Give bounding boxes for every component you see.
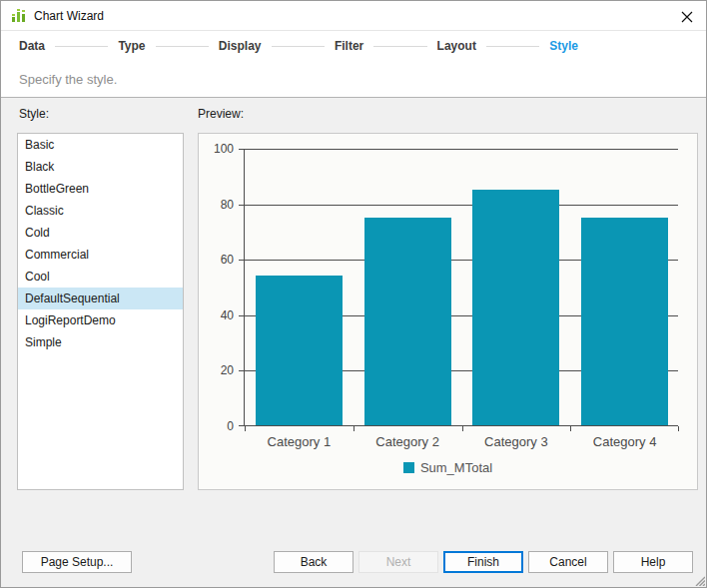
style-list-item-cold[interactable]: Cold: [18, 222, 183, 244]
finish-button[interactable]: Finish: [443, 551, 523, 573]
step-type[interactable]: Type: [118, 39, 145, 53]
x-category-label: Category 1: [245, 434, 354, 449]
x-tick-mark: [245, 426, 246, 431]
dialog-body: Style: Preview: BasicBlackBottleGreenCla…: [1, 98, 706, 587]
x-category-label: Category 3: [462, 434, 571, 449]
step-filter[interactable]: Filter: [335, 39, 363, 53]
bar-category-2: [364, 218, 451, 426]
y-tick-mark: [239, 205, 244, 206]
close-icon: [681, 11, 693, 23]
step-connector: [486, 46, 539, 47]
y-tick-label: 60: [200, 253, 234, 267]
step-connector: [156, 46, 209, 47]
wizard-subtitle-row: Specify the style.: [1, 61, 706, 98]
window-title: Chart Wizard: [34, 9, 104, 23]
step-layout[interactable]: Layout: [437, 39, 476, 53]
y-tick-label: 80: [200, 198, 234, 212]
step-connector: [272, 46, 325, 47]
x-tick-mark: [570, 426, 571, 431]
x-tick-mark: [354, 426, 354, 431]
y-tick-label: 100: [200, 142, 234, 156]
resize-grip-icon[interactable]: [692, 573, 705, 586]
chart-plot: 020406080100Category 1Category 2Category…: [244, 149, 678, 426]
chart-legend: Sum_MTotal: [199, 460, 697, 475]
cancel-button[interactable]: Cancel: [528, 551, 608, 573]
style-list-item-defaultsequential[interactable]: DefaultSequential: [18, 288, 183, 309]
x-category-label: Category 4: [570, 434, 679, 449]
y-tick-mark: [239, 260, 244, 261]
style-list-item-bottlegreen[interactable]: BottleGreen: [18, 178, 183, 200]
back-button[interactable]: Back: [274, 551, 354, 573]
step-connector: [55, 46, 108, 47]
y-tick-mark: [239, 149, 244, 150]
y-tick-mark: [239, 370, 244, 371]
bar-category-1: [256, 276, 343, 425]
style-list-item-basic[interactable]: Basic: [18, 134, 183, 156]
step-display[interactable]: Display: [219, 39, 262, 53]
x-category-label: Category 2: [354, 434, 462, 449]
legend-swatch: [403, 462, 414, 473]
style-list-item-black[interactable]: Black: [18, 156, 183, 178]
step-data[interactable]: Data: [19, 39, 45, 53]
chart-wizard-dialog: Chart Wizard Data Type Display Filter La…: [0, 0, 707, 588]
help-button[interactable]: Help: [613, 551, 693, 573]
style-list-label: Style:: [19, 107, 49, 121]
style-list-item-classic[interactable]: Classic: [18, 200, 183, 222]
x-tick-mark: [678, 426, 679, 431]
bar-category-3: [472, 190, 559, 425]
legend-label: Sum_MTotal: [420, 460, 492, 475]
wizard-steps: Data Type Display Filter Layout Style: [1, 31, 578, 61]
step-connector: [373, 46, 426, 47]
y-tick-mark: [239, 425, 244, 426]
step-style[interactable]: Style: [549, 39, 578, 53]
y-tick-label: 40: [200, 308, 234, 322]
x-tick-mark: [462, 426, 463, 431]
wizard-subtitle: Specify the style.: [19, 72, 117, 87]
close-button[interactable]: [676, 7, 698, 27]
style-list-item-cool[interactable]: Cool: [18, 266, 183, 288]
chart-wizard-icon: [11, 8, 27, 24]
style-list-item-commercial[interactable]: Commercial: [18, 244, 183, 266]
chart-preview: 020406080100Category 1Category 2Category…: [198, 133, 698, 490]
y-tick-mark: [239, 315, 244, 316]
y-tick-label: 20: [200, 363, 234, 377]
next-button: Next: [358, 551, 438, 573]
gridline: [245, 205, 678, 206]
y-tick-label: 0: [200, 419, 234, 433]
style-list: BasicBlackBottleGreenClassicColdCommerci…: [17, 133, 184, 490]
title-bar: Chart Wizard: [1, 1, 706, 31]
gridline: [245, 149, 678, 150]
preview-label: Preview:: [198, 107, 244, 121]
bar-category-4: [581, 218, 668, 426]
style-list-item-simple[interactable]: Simple: [18, 331, 183, 353]
page-setup-button[interactable]: Page Setup...: [22, 551, 132, 573]
style-list-item-logireportdemo[interactable]: LogiReportDemo: [18, 309, 183, 331]
